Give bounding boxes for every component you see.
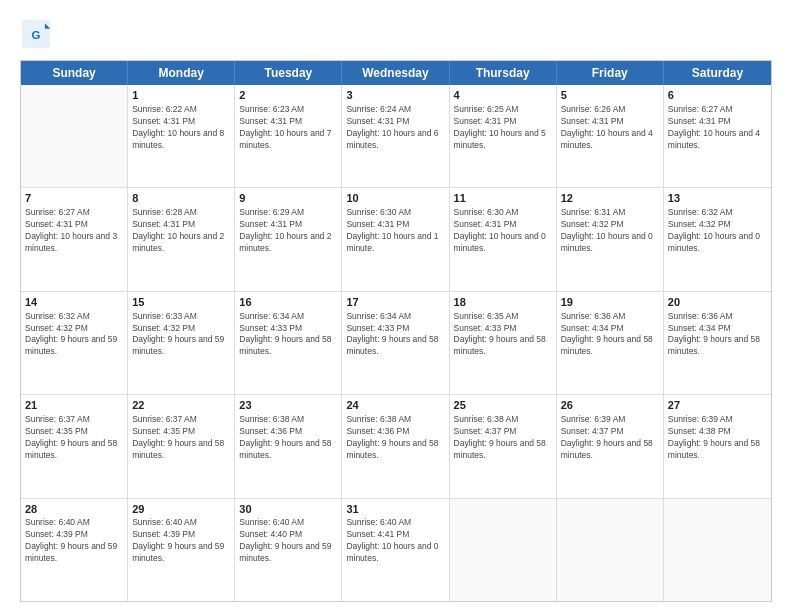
calendar-cell: 4Sunrise: 6:25 AMSunset: 4:31 PMDaylight… (450, 85, 557, 187)
day-info: Sunrise: 6:30 AMSunset: 4:31 PMDaylight:… (454, 207, 552, 255)
day-info: Sunrise: 6:34 AMSunset: 4:33 PMDaylight:… (239, 311, 337, 359)
header: G (20, 18, 772, 50)
day-info: Sunrise: 6:29 AMSunset: 4:31 PMDaylight:… (239, 207, 337, 255)
calendar-cell: 12Sunrise: 6:31 AMSunset: 4:32 PMDayligh… (557, 188, 664, 290)
day-info: Sunrise: 6:34 AMSunset: 4:33 PMDaylight:… (346, 311, 444, 359)
day-info: Sunrise: 6:32 AMSunset: 4:32 PMDaylight:… (25, 311, 123, 359)
day-number: 12 (561, 191, 659, 206)
calendar-cell: 26Sunrise: 6:39 AMSunset: 4:37 PMDayligh… (557, 395, 664, 497)
day-number: 26 (561, 398, 659, 413)
calendar-cell: 18Sunrise: 6:35 AMSunset: 4:33 PMDayligh… (450, 292, 557, 394)
day-info: Sunrise: 6:25 AMSunset: 4:31 PMDaylight:… (454, 104, 552, 152)
calendar-week-2: 7Sunrise: 6:27 AMSunset: 4:31 PMDaylight… (21, 188, 771, 291)
day-info: Sunrise: 6:36 AMSunset: 4:34 PMDaylight:… (668, 311, 767, 359)
day-number: 29 (132, 502, 230, 517)
calendar-cell (21, 85, 128, 187)
day-info: Sunrise: 6:24 AMSunset: 4:31 PMDaylight:… (346, 104, 444, 152)
day-info: Sunrise: 6:39 AMSunset: 4:37 PMDaylight:… (561, 414, 659, 462)
day-number: 1 (132, 88, 230, 103)
calendar-cell: 14Sunrise: 6:32 AMSunset: 4:32 PMDayligh… (21, 292, 128, 394)
day-header-tuesday: Tuesday (235, 61, 342, 85)
day-number: 14 (25, 295, 123, 310)
day-info: Sunrise: 6:27 AMSunset: 4:31 PMDaylight:… (25, 207, 123, 255)
day-header-sunday: Sunday (21, 61, 128, 85)
svg-text:G: G (32, 29, 41, 41)
day-info: Sunrise: 6:40 AMSunset: 4:41 PMDaylight:… (346, 517, 444, 565)
day-number: 27 (668, 398, 767, 413)
day-number: 15 (132, 295, 230, 310)
day-number: 3 (346, 88, 444, 103)
calendar-cell: 22Sunrise: 6:37 AMSunset: 4:35 PMDayligh… (128, 395, 235, 497)
day-info: Sunrise: 6:40 AMSunset: 4:40 PMDaylight:… (239, 517, 337, 565)
day-number: 13 (668, 191, 767, 206)
calendar-cell: 1Sunrise: 6:22 AMSunset: 4:31 PMDaylight… (128, 85, 235, 187)
day-number: 6 (668, 88, 767, 103)
calendar-week-3: 14Sunrise: 6:32 AMSunset: 4:32 PMDayligh… (21, 292, 771, 395)
day-number: 25 (454, 398, 552, 413)
calendar-body: 1Sunrise: 6:22 AMSunset: 4:31 PMDaylight… (21, 85, 771, 601)
calendar-header: SundayMondayTuesdayWednesdayThursdayFrid… (21, 61, 771, 85)
day-info: Sunrise: 6:30 AMSunset: 4:31 PMDaylight:… (346, 207, 444, 255)
day-number: 7 (25, 191, 123, 206)
day-number: 21 (25, 398, 123, 413)
calendar-cell: 17Sunrise: 6:34 AMSunset: 4:33 PMDayligh… (342, 292, 449, 394)
day-number: 31 (346, 502, 444, 517)
day-number: 24 (346, 398, 444, 413)
calendar-cell: 23Sunrise: 6:38 AMSunset: 4:36 PMDayligh… (235, 395, 342, 497)
day-info: Sunrise: 6:32 AMSunset: 4:32 PMDaylight:… (668, 207, 767, 255)
day-number: 18 (454, 295, 552, 310)
calendar-cell: 24Sunrise: 6:38 AMSunset: 4:36 PMDayligh… (342, 395, 449, 497)
day-number: 17 (346, 295, 444, 310)
day-number: 4 (454, 88, 552, 103)
calendar-cell: 8Sunrise: 6:28 AMSunset: 4:31 PMDaylight… (128, 188, 235, 290)
calendar-cell: 20Sunrise: 6:36 AMSunset: 4:34 PMDayligh… (664, 292, 771, 394)
calendar: SundayMondayTuesdayWednesdayThursdayFrid… (20, 60, 772, 602)
day-header-wednesday: Wednesday (342, 61, 449, 85)
day-number: 23 (239, 398, 337, 413)
day-info: Sunrise: 6:40 AMSunset: 4:39 PMDaylight:… (25, 517, 123, 565)
logo: G (20, 18, 56, 50)
day-info: Sunrise: 6:23 AMSunset: 4:31 PMDaylight:… (239, 104, 337, 152)
day-number: 11 (454, 191, 552, 206)
day-info: Sunrise: 6:31 AMSunset: 4:32 PMDaylight:… (561, 207, 659, 255)
day-info: Sunrise: 6:39 AMSunset: 4:38 PMDaylight:… (668, 414, 767, 462)
calendar-cell: 6Sunrise: 6:27 AMSunset: 4:31 PMDaylight… (664, 85, 771, 187)
day-number: 16 (239, 295, 337, 310)
calendar-cell: 28Sunrise: 6:40 AMSunset: 4:39 PMDayligh… (21, 499, 128, 601)
day-info: Sunrise: 6:28 AMSunset: 4:31 PMDaylight:… (132, 207, 230, 255)
calendar-cell: 31Sunrise: 6:40 AMSunset: 4:41 PMDayligh… (342, 499, 449, 601)
day-info: Sunrise: 6:38 AMSunset: 4:37 PMDaylight:… (454, 414, 552, 462)
day-number: 10 (346, 191, 444, 206)
calendar-cell: 9Sunrise: 6:29 AMSunset: 4:31 PMDaylight… (235, 188, 342, 290)
calendar-cell: 7Sunrise: 6:27 AMSunset: 4:31 PMDaylight… (21, 188, 128, 290)
calendar-cell: 10Sunrise: 6:30 AMSunset: 4:31 PMDayligh… (342, 188, 449, 290)
calendar-cell (664, 499, 771, 601)
day-number: 20 (668, 295, 767, 310)
calendar-cell: 19Sunrise: 6:36 AMSunset: 4:34 PMDayligh… (557, 292, 664, 394)
day-info: Sunrise: 6:37 AMSunset: 4:35 PMDaylight:… (132, 414, 230, 462)
logo-icon: G (20, 18, 52, 50)
day-info: Sunrise: 6:38 AMSunset: 4:36 PMDaylight:… (346, 414, 444, 462)
calendar-cell: 21Sunrise: 6:37 AMSunset: 4:35 PMDayligh… (21, 395, 128, 497)
calendar-cell (557, 499, 664, 601)
calendar-cell: 11Sunrise: 6:30 AMSunset: 4:31 PMDayligh… (450, 188, 557, 290)
calendar-cell: 29Sunrise: 6:40 AMSunset: 4:39 PMDayligh… (128, 499, 235, 601)
calendar-week-4: 21Sunrise: 6:37 AMSunset: 4:35 PMDayligh… (21, 395, 771, 498)
calendar-cell: 16Sunrise: 6:34 AMSunset: 4:33 PMDayligh… (235, 292, 342, 394)
day-info: Sunrise: 6:35 AMSunset: 4:33 PMDaylight:… (454, 311, 552, 359)
day-header-thursday: Thursday (450, 61, 557, 85)
day-info: Sunrise: 6:33 AMSunset: 4:32 PMDaylight:… (132, 311, 230, 359)
day-info: Sunrise: 6:36 AMSunset: 4:34 PMDaylight:… (561, 311, 659, 359)
calendar-cell: 25Sunrise: 6:38 AMSunset: 4:37 PMDayligh… (450, 395, 557, 497)
day-number: 5 (561, 88, 659, 103)
day-header-saturday: Saturday (664, 61, 771, 85)
calendar-cell: 13Sunrise: 6:32 AMSunset: 4:32 PMDayligh… (664, 188, 771, 290)
calendar-week-5: 28Sunrise: 6:40 AMSunset: 4:39 PMDayligh… (21, 499, 771, 601)
calendar-cell (450, 499, 557, 601)
page: G SundayMondayTuesdayWednesdayThursdayFr… (0, 0, 792, 612)
calendar-cell: 27Sunrise: 6:39 AMSunset: 4:38 PMDayligh… (664, 395, 771, 497)
day-info: Sunrise: 6:27 AMSunset: 4:31 PMDaylight:… (668, 104, 767, 152)
day-number: 8 (132, 191, 230, 206)
day-header-friday: Friday (557, 61, 664, 85)
day-info: Sunrise: 6:40 AMSunset: 4:39 PMDaylight:… (132, 517, 230, 565)
